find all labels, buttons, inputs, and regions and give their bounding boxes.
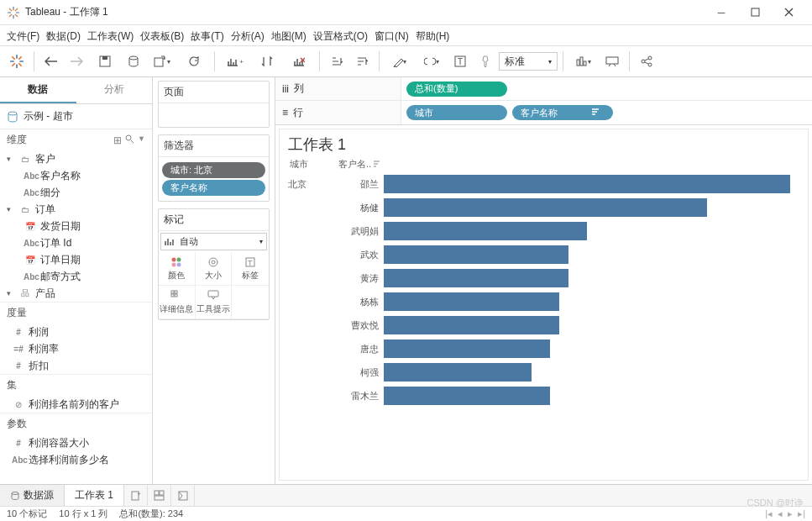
add-chart-button[interactable]: + <box>220 50 250 73</box>
tab-analysis[interactable]: 分析 <box>76 77 153 103</box>
marks-label[interactable]: T标签 <box>232 252 269 286</box>
menu-window[interactable]: 窗口(N) <box>375 29 409 44</box>
rows-shelf[interactable]: ≡行 城市 客户名称 <box>275 101 812 124</box>
pin-button[interactable] <box>474 50 497 73</box>
meas-discount[interactable]: #折扣 <box>0 357 152 374</box>
sort-desc-button[interactable] <box>350 50 374 73</box>
meas-profit[interactable]: #利润 <box>0 324 152 340</box>
bar-row[interactable]: 北京邵兰 <box>288 172 799 196</box>
svg-text:+: + <box>137 490 141 498</box>
search-icon[interactable] <box>125 134 134 146</box>
nav-prev-icon[interactable]: ◂ <box>778 508 783 519</box>
new-datasource-button[interactable] <box>122 50 145 73</box>
save-button[interactable] <box>90 50 120 73</box>
columns-pill-sum-qty[interactable]: 总和(数量) <box>406 82 507 97</box>
new-worksheet-button[interactable]: +▾ <box>147 50 177 73</box>
marks-color[interactable]: 颜色 <box>159 252 196 286</box>
text-button[interactable]: T <box>448 50 472 73</box>
param-bin-size[interactable]: #利润容器大小 <box>0 434 152 451</box>
tab-data[interactable]: 数据 <box>0 77 76 103</box>
param-top-n[interactable]: Abc选择利润前多少名 <box>0 451 152 468</box>
marks-card: 标记 自动▾ 颜色 大小 T标签 详细信息 工具提示 <box>158 208 270 320</box>
viz-canvas[interactable]: 工作表 1 城市 客户名.. 北京邵兰杨健武明娟武欢黄涛杨栋曹欢悦唐忠柯强雷木兰 <box>279 129 809 481</box>
menu-help[interactable]: 帮助(H) <box>416 29 450 44</box>
tab-sheet1[interactable]: 工作表 1 <box>65 485 124 506</box>
menu-caret-icon[interactable]: ▼ <box>138 134 145 146</box>
close-button[interactable] <box>772 1 805 24</box>
show-me-button[interactable]: ▾ <box>568 50 599 73</box>
new-dashboard-icon[interactable] <box>148 485 171 506</box>
forward-button[interactable] <box>65 50 88 73</box>
presentation-button[interactable] <box>600 50 624 73</box>
minimize-button[interactable]: ─ <box>705 1 738 24</box>
dim-folder-order[interactable]: ▾🗀订单 <box>0 201 152 218</box>
dim-subdivide[interactable]: Abc细分 <box>0 184 152 201</box>
tab-datasource[interactable]: 数据源 <box>0 485 65 506</box>
menu-story[interactable]: 故事(T) <box>191 29 223 44</box>
window-title: Tableau - 工作簿 1 <box>25 5 705 19</box>
dim-order-id[interactable]: Abc订单 Id <box>0 234 152 251</box>
marks-detail[interactable]: 详细信息 <box>159 286 196 319</box>
menu-worksheet[interactable]: 工作表(W) <box>87 29 134 44</box>
menu-file[interactable]: 文件(F) <box>7 29 39 44</box>
sort-asc-button[interactable] <box>325 50 348 73</box>
dim-folder-product[interactable]: ▾品产品 <box>0 285 152 302</box>
tableau-icon[interactable] <box>5 50 29 73</box>
datasource-item[interactable]: 示例 - 超市 <box>0 104 152 129</box>
rows-pill-city[interactable]: 城市 <box>406 105 507 120</box>
menu-dashboard[interactable]: 仪表板(B) <box>140 29 184 44</box>
bar-row[interactable]: 武欢 <box>288 243 799 266</box>
dim-order-date[interactable]: 📅订单日期 <box>0 251 152 268</box>
rows-pill-customer[interactable]: 客户名称 <box>512 105 613 120</box>
columns-shelf[interactable]: iii列 总和(数量) <box>275 77 812 101</box>
new-story-icon[interactable] <box>171 485 195 506</box>
nav-first-icon[interactable]: |◂ <box>765 508 773 519</box>
svg-rect-0 <box>752 8 759 16</box>
svg-point-17 <box>172 257 176 261</box>
menu-map[interactable]: 地图(M) <box>271 29 306 44</box>
filter-pill-city[interactable]: 城市: 北京 <box>162 162 265 178</box>
refresh-button[interactable] <box>179 50 209 73</box>
svg-point-15 <box>8 112 17 115</box>
bar-row[interactable]: 唐忠 <box>288 337 799 360</box>
marks-tooltip[interactable]: 工具提示 <box>196 286 233 319</box>
svg-point-18 <box>177 257 181 261</box>
set-top-customers[interactable]: ⊘利润排名前列的客户 <box>0 396 152 413</box>
highlight-button[interactable]: ▾ <box>385 50 415 73</box>
sheet-tabs: 数据源 工作表 1 + <box>0 484 812 506</box>
menu-format[interactable]: 设置格式(O) <box>313 29 368 44</box>
nav-last-icon[interactable]: ▸| <box>798 508 805 519</box>
dim-ship-mode[interactable]: Abc邮寄方式 <box>0 268 152 285</box>
menu-analysis[interactable]: 分析(A) <box>231 29 265 44</box>
nav-next-icon[interactable]: ▸ <box>788 508 793 519</box>
bar-row[interactable]: 柯强 <box>288 360 799 384</box>
dim-folder-customer[interactable]: ▾🗀客户 <box>0 150 152 167</box>
status-sum: 总和(数量): 234 <box>119 508 183 520</box>
meas-profit-rate[interactable]: =#利润率 <box>0 340 152 357</box>
svg-text:T: T <box>248 259 253 267</box>
bar-row[interactable]: 雷木兰 <box>288 384 799 408</box>
marks-size[interactable]: 大小 <box>196 252 233 286</box>
share-button[interactable] <box>635 50 658 73</box>
group-button[interactable]: ▾ <box>416 50 447 73</box>
maximize-button[interactable] <box>738 1 772 24</box>
view-icon[interactable]: ⊞ <box>113 134 122 146</box>
clear-button[interactable] <box>284 50 314 73</box>
bar-row[interactable]: 武明娟 <box>288 219 799 243</box>
svg-rect-26 <box>175 291 177 293</box>
dim-ship-date[interactable]: 📅发货日期 <box>0 218 152 234</box>
new-worksheet-icon[interactable]: + <box>124 485 148 506</box>
menu-data[interactable]: 数据(D) <box>46 29 81 44</box>
swap-button[interactable] <box>252 50 282 73</box>
svg-rect-29 <box>208 291 218 297</box>
dim-customer-name[interactable]: Abc客户名称 <box>0 167 152 184</box>
bar-row[interactable]: 杨栋 <box>288 290 799 313</box>
filter-pill-customer[interactable]: 客户名称 <box>162 180 265 196</box>
marks-type-dropdown[interactable]: 自动▾ <box>160 233 267 250</box>
back-button[interactable] <box>39 50 63 73</box>
bar-row[interactable]: 曹欢悦 <box>288 313 799 337</box>
bar-row[interactable]: 杨健 <box>288 196 799 219</box>
svg-point-3 <box>129 56 138 60</box>
bar-row[interactable]: 黄涛 <box>288 266 799 290</box>
view-mode-dropdown[interactable]: 标准▾ <box>499 52 558 71</box>
